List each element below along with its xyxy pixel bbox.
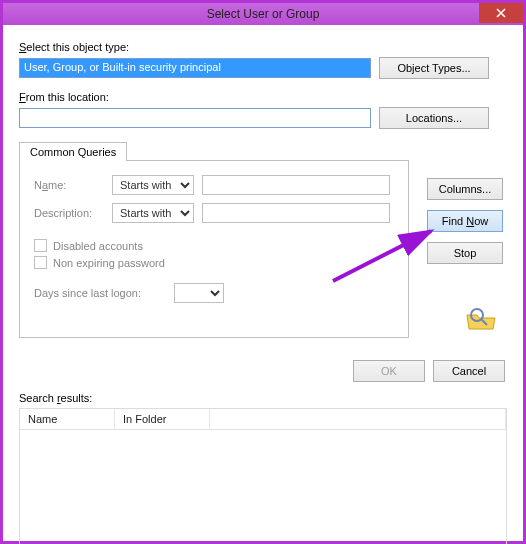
name-input[interactable] <box>202 175 390 195</box>
close-icon <box>496 8 506 18</box>
right-column: Columns... Find Now Stop <box>427 178 507 264</box>
location-label: From this location: <box>19 91 507 103</box>
object-type-input[interactable]: User, Group, or Built-in security princi… <box>19 58 371 78</box>
disabled-accounts-label: Disabled accounts <box>53 240 143 252</box>
location-input[interactable] <box>19 108 371 128</box>
non-expiring-checkbox[interactable]: Non expiring password <box>34 256 394 269</box>
search-folder-icon <box>465 305 499 335</box>
dialog-window: Select User or Group Select this object … <box>0 0 526 544</box>
titlebar: Select User or Group <box>3 3 523 25</box>
tab-body: Name: Starts with Description: Starts wi… <box>19 160 409 338</box>
non-expiring-label: Non expiring password <box>53 257 165 269</box>
name-label: Name: <box>34 179 104 191</box>
ok-button[interactable]: OK <box>353 360 425 382</box>
days-since-logon-select[interactable] <box>174 283 224 303</box>
description-mode-select[interactable]: Starts with <box>112 203 194 223</box>
tab-common-queries[interactable]: Common Queries <box>19 142 127 161</box>
description-label: Description: <box>34 207 104 219</box>
disabled-accounts-checkbox[interactable]: Disabled accounts <box>34 239 394 252</box>
checkbox-box <box>34 239 47 252</box>
locations-button[interactable]: Locations... <box>379 107 489 129</box>
cancel-button[interactable]: Cancel <box>433 360 505 382</box>
window-title: Select User or Group <box>207 7 320 21</box>
search-results-label: Search results: <box>19 392 507 404</box>
checkbox-box <box>34 256 47 269</box>
bottom-buttons: OK Cancel <box>19 360 507 382</box>
results-header: Name In Folder <box>20 409 506 430</box>
name-mode-select[interactable]: Starts with <box>112 175 194 195</box>
dialog-content: Select this object type: User, Group, or… <box>3 25 523 544</box>
description-input[interactable] <box>202 203 390 223</box>
results-col-name[interactable]: Name <box>20 409 115 429</box>
close-button[interactable] <box>479 3 523 23</box>
stop-button[interactable]: Stop <box>427 242 503 264</box>
object-types-button[interactable]: Object Types... <box>379 57 489 79</box>
object-type-label: Select this object type: <box>19 41 507 53</box>
results-col-blank <box>210 409 506 429</box>
results-table[interactable]: Name In Folder <box>19 408 507 544</box>
columns-button[interactable]: Columns... <box>427 178 503 200</box>
days-since-logon-label: Days since last logon: <box>34 287 166 299</box>
results-col-infolder[interactable]: In Folder <box>115 409 210 429</box>
find-now-button[interactable]: Find Now <box>427 210 503 232</box>
